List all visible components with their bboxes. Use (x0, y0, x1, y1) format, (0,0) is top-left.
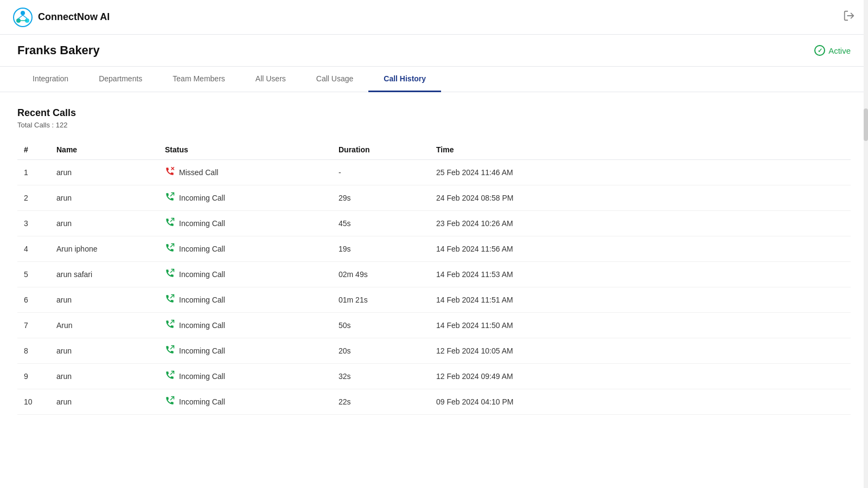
table-row: 5arun safari Incoming Call02m 49s14 Feb … (17, 262, 851, 287)
table-row: 10arun Incoming Call22s09 Feb 2024 04:10… (17, 389, 851, 415)
table-row: 7Arun Incoming Call50s14 Feb 2024 11:50 … (17, 313, 851, 338)
cell-name: arun (50, 160, 158, 185)
status-label: Incoming Call (179, 372, 225, 381)
cell-num: 7 (17, 313, 50, 338)
status-label: Incoming Call (179, 194, 225, 202)
cell-status: Incoming Call (158, 211, 332, 236)
incoming-call-icon (165, 345, 175, 357)
cell-duration: 01m 21s (332, 287, 430, 313)
cell-num: 1 (17, 160, 50, 185)
status-label: Incoming Call (179, 296, 225, 304)
cell-duration: 02m 49s (332, 262, 430, 287)
incoming-call-icon (165, 319, 175, 331)
tab-departments[interactable]: Departments (84, 67, 157, 92)
svg-line-11 (171, 219, 174, 222)
cell-status: Incoming Call (158, 389, 332, 415)
cell-name: arun (50, 364, 158, 389)
cell-time: 14 Feb 2024 11:56 AM (430, 236, 851, 262)
logout-button[interactable] (843, 10, 855, 25)
svg-line-10 (171, 193, 174, 196)
active-badge: Active (814, 45, 851, 65)
tab-team-members[interactable]: Team Members (157, 67, 240, 92)
cell-status: Incoming Call (158, 262, 332, 287)
cell-num: 5 (17, 262, 50, 287)
status-label: Incoming Call (179, 397, 225, 406)
active-label: Active (828, 46, 851, 55)
company-name: Franks Bakery (17, 43, 100, 66)
cell-num: 2 (17, 185, 50, 211)
total-calls: Total Calls : 122 (17, 121, 851, 129)
sub-header: Franks Bakery Active (0, 35, 868, 67)
table-row: 2arun Incoming Call29s24 Feb 2024 08:58 … (17, 185, 851, 211)
incoming-call-icon (165, 370, 175, 382)
table-row: 9arun Incoming Call32s12 Feb 2024 09:49 … (17, 364, 851, 389)
svg-line-17 (171, 371, 174, 375)
main-content: Recent Calls Total Calls : 122 # Name St… (0, 92, 868, 430)
col-header-num: # (17, 140, 50, 160)
tabs-bar: Integration Departments Team Members All… (0, 67, 868, 92)
status-label: Incoming Call (179, 346, 225, 355)
cell-status: Incoming Call (158, 313, 332, 338)
cell-time: 14 Feb 2024 11:53 AM (430, 262, 851, 287)
logo-area: ConnectNow AI (13, 8, 110, 27)
cell-duration: 32s (332, 364, 430, 389)
table-row: 1arun Missed Call-25 Feb 2024 11:46 AM (17, 160, 851, 185)
calls-table: # Name Status Duration Time 1arun Missed… (17, 140, 851, 415)
cell-num: 8 (17, 338, 50, 364)
svg-line-12 (171, 244, 174, 247)
cell-duration: 19s (332, 236, 430, 262)
svg-line-4 (18, 15, 23, 18)
table-row: 4Arun iphone Incoming Call19s14 Feb 2024… (17, 236, 851, 262)
incoming-call-icon (165, 192, 175, 204)
cell-num: 10 (17, 389, 50, 415)
cell-time: 24 Feb 2024 08:58 PM (430, 185, 851, 211)
cell-name: arun (50, 185, 158, 211)
cell-status: Incoming Call (158, 364, 332, 389)
cell-time: 09 Feb 2024 04:10 PM (430, 389, 851, 415)
cell-status: Missed Call (158, 160, 332, 185)
tab-call-usage[interactable]: Call Usage (301, 67, 368, 92)
missed-call-icon (165, 166, 175, 178)
status-label: Incoming Call (179, 219, 225, 228)
col-header-name: Name (50, 140, 158, 160)
svg-line-15 (171, 320, 174, 324)
cell-status: Incoming Call (158, 236, 332, 262)
table-row: 8arun Incoming Call20s12 Feb 2024 10:05 … (17, 338, 851, 364)
cell-duration: 45s (332, 211, 430, 236)
svg-line-5 (23, 15, 27, 18)
scrollbar-thumb[interactable] (864, 108, 868, 141)
tab-call-history[interactable]: Call History (368, 67, 441, 92)
cell-name: arun (50, 211, 158, 236)
col-header-status: Status (158, 140, 332, 160)
incoming-call-icon (165, 294, 175, 306)
scrollbar[interactable] (864, 0, 868, 430)
cell-duration: 50s (332, 313, 430, 338)
cell-name: arun (50, 287, 158, 313)
cell-duration: - (332, 160, 430, 185)
cell-status: Incoming Call (158, 185, 332, 211)
cell-name: arun (50, 338, 158, 364)
col-header-time: Time (430, 140, 851, 160)
cell-status: Incoming Call (158, 287, 332, 313)
cell-name: arun (50, 389, 158, 415)
cell-duration: 29s (332, 185, 430, 211)
svg-point-1 (21, 11, 25, 15)
col-header-duration: Duration (332, 140, 430, 160)
incoming-call-icon (165, 217, 175, 229)
cell-num: 3 (17, 211, 50, 236)
cell-time: 12 Feb 2024 09:49 AM (430, 364, 851, 389)
table-row: 6arun Incoming Call01m 21s14 Feb 2024 11… (17, 287, 851, 313)
svg-line-18 (171, 397, 174, 400)
cell-num: 4 (17, 236, 50, 262)
tab-integration[interactable]: Integration (17, 67, 84, 92)
status-label: Incoming Call (179, 245, 225, 253)
cell-duration: 20s (332, 338, 430, 364)
tab-all-users[interactable]: All Users (240, 67, 301, 92)
app-name: ConnectNow AI (38, 11, 110, 23)
cell-duration: 22s (332, 389, 430, 415)
svg-line-14 (171, 295, 174, 298)
cell-num: 6 (17, 287, 50, 313)
cell-name: Arun (50, 313, 158, 338)
cell-time: 25 Feb 2024 11:46 AM (430, 160, 851, 185)
logo-icon (13, 8, 33, 27)
